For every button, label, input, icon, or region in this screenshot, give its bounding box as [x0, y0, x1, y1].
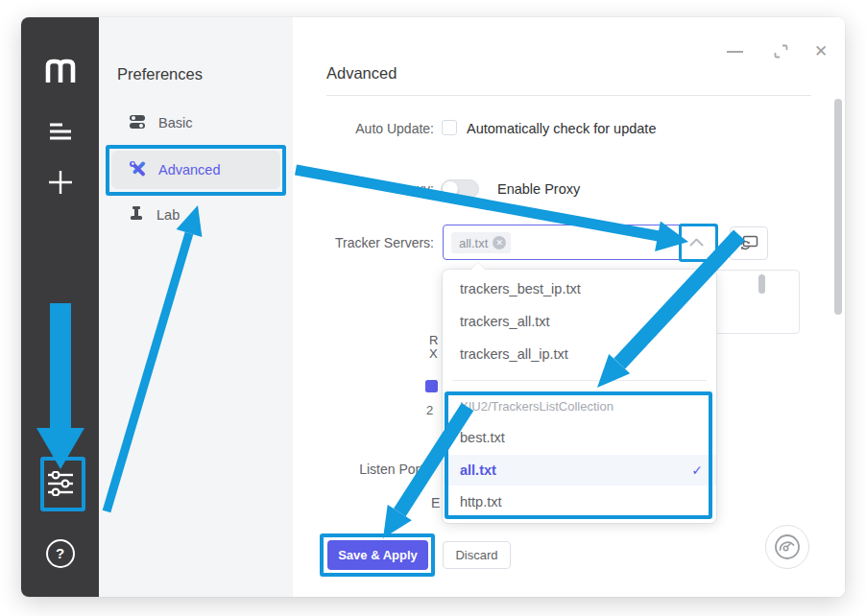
- hidden-text-fragment: E: [431, 495, 442, 510]
- close-button[interactable]: ✕: [814, 41, 828, 61]
- maximize-button[interactable]: [773, 43, 789, 59]
- highlight-box-save-button: [320, 533, 435, 577]
- content-scrollbar[interactable]: [834, 99, 842, 315]
- dropdown-item[interactable]: trackers_best_ip.txt: [443, 273, 716, 305]
- task-list-icon[interactable]: [21, 123, 99, 140]
- speed-limit-button[interactable]: [765, 525, 809, 569]
- auto-update-option-label[interactable]: Automatically check for update: [467, 121, 656, 136]
- tracker-servers-label: Tracker Servers:: [280, 235, 434, 250]
- nav-item-label: Basic: [158, 115, 192, 130]
- proxy-option-label[interactable]: Enable Proxy: [497, 181, 580, 197]
- preferences-nav: Preferences Basic A: [99, 17, 293, 597]
- highlight-box-advanced-item: [106, 145, 286, 196]
- speedometer-icon: [774, 533, 801, 560]
- discard-button[interactable]: Discard: [443, 541, 511, 569]
- hidden-checkbox-fragment: [425, 380, 438, 392]
- question-glyph: ?: [46, 539, 75, 568]
- title-divider: [326, 95, 811, 96]
- auto-update-label: Auto Update:: [280, 121, 434, 136]
- sync-tracker-button[interactable]: [730, 226, 768, 260]
- tracker-servers-select[interactable]: all.txt ✕: [443, 225, 716, 260]
- proxy-label: Proxy:: [280, 181, 434, 197]
- auto-update-checkbox[interactable]: [442, 120, 457, 135]
- sync-icon: [739, 235, 758, 251]
- toggles-icon: [129, 114, 146, 132]
- textarea-scroll-thumb[interactable]: [758, 274, 765, 294]
- proxy-toggle[interactable]: [441, 179, 479, 199]
- help-icon[interactable]: ?: [21, 539, 99, 568]
- lab-icon: [129, 205, 144, 225]
- selected-tag: all.txt ✕: [451, 232, 511, 253]
- tag-close-icon[interactable]: ✕: [493, 236, 506, 249]
- minimize-button[interactable]: [727, 51, 743, 53]
- highlight-box-tracker-group: [445, 391, 712, 519]
- motrix-logo-icon: [21, 56, 99, 84]
- toggle-knob: [443, 181, 458, 197]
- dropdown-item[interactable]: trackers_all.txt: [443, 306, 716, 338]
- listen-ports-label: Listen Ports:: [280, 462, 434, 477]
- dropdown-divider: [452, 380, 707, 381]
- tag-label: all.txt: [459, 236, 488, 250]
- add-task-icon[interactable]: [21, 169, 99, 196]
- hidden-text-fragment: R X: [429, 334, 442, 361]
- nav-item-basic[interactable]: Basic: [111, 104, 280, 142]
- nav-item-lab[interactable]: Lab: [111, 196, 280, 234]
- highlight-box-preferences-icon: [40, 457, 85, 511]
- dropdown-item[interactable]: trackers_all_ip.txt: [443, 339, 716, 370]
- nav-title: Preferences: [117, 65, 203, 83]
- highlight-box-dropdown-chevron: [679, 224, 718, 262]
- nav-item-label: Lab: [156, 207, 180, 223]
- page-title: Advanced: [326, 64, 397, 83]
- app-window: ? Preferences Basic: [21, 17, 845, 597]
- hidden-text-fragment: 2: [426, 403, 440, 417]
